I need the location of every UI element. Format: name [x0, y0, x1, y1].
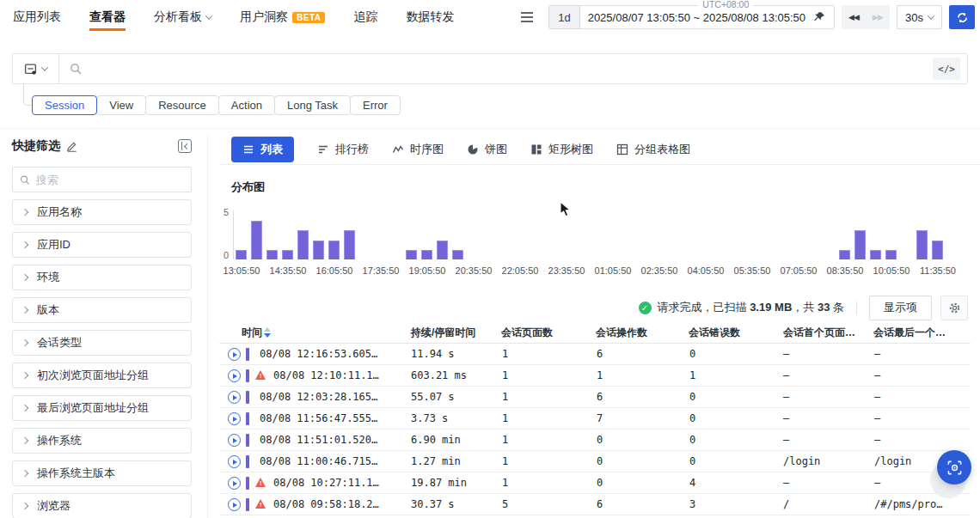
play-session-button[interactable]	[228, 455, 241, 468]
nav-item-label: 查看器	[89, 9, 126, 25]
view-button-list[interactable]: 列表	[231, 137, 294, 162]
sidebar-filter-item[interactable]: 浏览器	[12, 493, 192, 518]
sidebar-filter-item[interactable]: 应用名称	[12, 199, 192, 225]
display-items-button[interactable]: 显示项	[869, 296, 932, 320]
table-row[interactable]: 08/08 11:56:47.555…3.73 s170––	[219, 408, 971, 430]
histogram-bar[interactable]	[870, 250, 881, 259]
view-button-pie[interactable]: 饼图	[467, 142, 507, 157]
time-preset-chip[interactable]: 1d	[549, 6, 579, 28]
table-row[interactable]: 08/08 12:16:53.605…11.94 s160––	[219, 344, 971, 365]
view-button-timeseries[interactable]: 时序图	[392, 142, 444, 157]
refresh-button[interactable]	[949, 5, 975, 29]
sidebar-filter-item[interactable]: 应用ID	[12, 232, 192, 258]
histogram-bar[interactable]	[236, 250, 247, 259]
tab-action[interactable]: Action	[218, 95, 275, 115]
histogram-bar[interactable]	[437, 241, 448, 259]
session-replay-floating-button[interactable]	[937, 450, 971, 484]
histogram-bar[interactable]	[251, 221, 262, 259]
cell-errors: 1	[689, 369, 695, 381]
cell-pages: 1	[502, 455, 508, 467]
sidebar-filter-item[interactable]: 操作系统主版本	[12, 460, 192, 486]
cell-first_page: –	[783, 348, 789, 360]
table-row[interactable]: 08/08 10:27:11.1…19.87 min104––	[219, 472, 971, 494]
cell-errors: 0	[689, 455, 695, 467]
view-button-treemap[interactable]: 矩形树图	[530, 142, 593, 157]
nav-item-数据转发[interactable]: 数据转发	[406, 0, 454, 34]
table-row[interactable]: 08/08 12:10:11.1…603.21 ms111––	[219, 365, 971, 387]
sidebar-filter-item[interactable]: 版本	[12, 297, 192, 323]
nav-items: 应用列表查看器分析看板用户洞察BETA追踪数据转发	[0, 0, 454, 34]
view-button-ranking[interactable]: 排行榜	[317, 142, 369, 157]
table-row[interactable]: 08/08 09:58:18.2…30.37 s563//#/pms/pro…	[219, 494, 971, 515]
cell-first_page: /	[783, 498, 789, 510]
play-session-button[interactable]	[228, 369, 241, 382]
table-row[interactable]: 08/08 12:03:28.165…55.07 s160––	[219, 387, 971, 408]
nav-item-分析看板[interactable]: 分析看板	[154, 0, 211, 34]
cell-last_page: –	[874, 369, 880, 381]
sidebar-search-input[interactable]	[36, 174, 184, 186]
refresh-interval-select[interactable]: 30s	[897, 5, 942, 29]
play-session-button[interactable]	[228, 348, 241, 361]
histogram-bar[interactable]	[406, 250, 417, 259]
code-view-button[interactable]: </>	[933, 58, 960, 80]
histogram-bar[interactable]	[297, 230, 309, 259]
play-session-button[interactable]	[228, 477, 241, 490]
histogram-bar[interactable]	[452, 250, 463, 259]
cell-actions: 6	[597, 348, 603, 360]
chevron-right-icon	[21, 241, 28, 248]
histogram-bar[interactable]	[313, 241, 324, 259]
column-header: 持续/停留时间	[411, 326, 475, 340]
time-forward-button[interactable]: ▶▶	[866, 5, 890, 29]
pin-icon[interactable]	[814, 11, 826, 23]
tab-error[interactable]: Error	[350, 95, 401, 115]
more-menu-button[interactable]	[518, 6, 536, 28]
table-row[interactable]: 08/08 11:51:01.520…6.90 min100––	[219, 430, 971, 451]
histogram-bar[interactable]	[854, 230, 866, 259]
cell-first_page: –	[783, 412, 789, 424]
histogram-bar[interactable]	[282, 250, 293, 259]
cell-actions: 0	[597, 455, 603, 467]
collapse-sidebar-button[interactable]	[178, 139, 192, 153]
time-back-button[interactable]: ◀◀	[842, 5, 866, 29]
tab-long-task[interactable]: Long Task	[274, 95, 351, 115]
query-scope-button[interactable]	[13, 54, 59, 83]
table-settings-button[interactable]	[940, 296, 968, 320]
sort-toggle[interactable]	[264, 327, 271, 338]
play-session-button[interactable]	[228, 412, 241, 425]
gear-icon	[948, 302, 961, 314]
tab-session[interactable]: Session	[32, 95, 97, 115]
nav-item-查看器[interactable]: 查看器	[89, 0, 126, 34]
nav-item-应用列表[interactable]: 应用列表	[13, 0, 61, 34]
sidebar-filter-item[interactable]: 会话类型	[12, 330, 192, 356]
play-session-button[interactable]	[228, 391, 241, 404]
x-tick-label: 16:05:50	[311, 265, 358, 276]
nav-item-用户洞察[interactable]: 用户洞察BETA	[240, 0, 325, 34]
sidebar-filter-item[interactable]: 最后浏览页面地址分组	[12, 395, 192, 421]
nav-item-追踪[interactable]: 追踪	[353, 0, 377, 34]
histogram-bar[interactable]	[328, 241, 340, 259]
play-session-button[interactable]	[228, 434, 241, 447]
chevron-right-icon	[21, 307, 28, 314]
histogram-bar[interactable]	[839, 250, 850, 259]
table-row[interactable]: 08/08 11:00:46.715…1.27 min100/login/log…	[219, 451, 971, 472]
sort-asc-icon	[264, 327, 271, 332]
histogram-bar[interactable]	[885, 250, 897, 259]
divider	[207, 134, 208, 518]
histogram-bar[interactable]	[932, 241, 943, 259]
play-session-button[interactable]	[228, 498, 241, 511]
cell-duration: 3.73 s	[411, 412, 448, 424]
y-axis-min-label: 0	[211, 250, 229, 260]
histogram-bar[interactable]	[421, 250, 432, 259]
query-search-input[interactable]	[89, 63, 933, 76]
histogram-bar[interactable]	[916, 230, 928, 259]
edit-filters-button[interactable]	[66, 141, 77, 152]
sidebar-filter-item[interactable]: 操作系统	[12, 428, 192, 454]
tab-view[interactable]: View	[96, 95, 146, 115]
tab-resource[interactable]: Resource	[145, 95, 219, 115]
histogram-bar[interactable]	[266, 250, 278, 259]
sidebar-filter-item[interactable]: 环境	[12, 265, 192, 290]
view-button-grouped-table[interactable]: 分组表格图	[616, 142, 690, 157]
column-header[interactable]: 时间	[242, 326, 262, 340]
histogram-bar[interactable]	[344, 230, 355, 259]
sidebar-filter-item[interactable]: 初次浏览页面地址分组	[12, 363, 192, 388]
